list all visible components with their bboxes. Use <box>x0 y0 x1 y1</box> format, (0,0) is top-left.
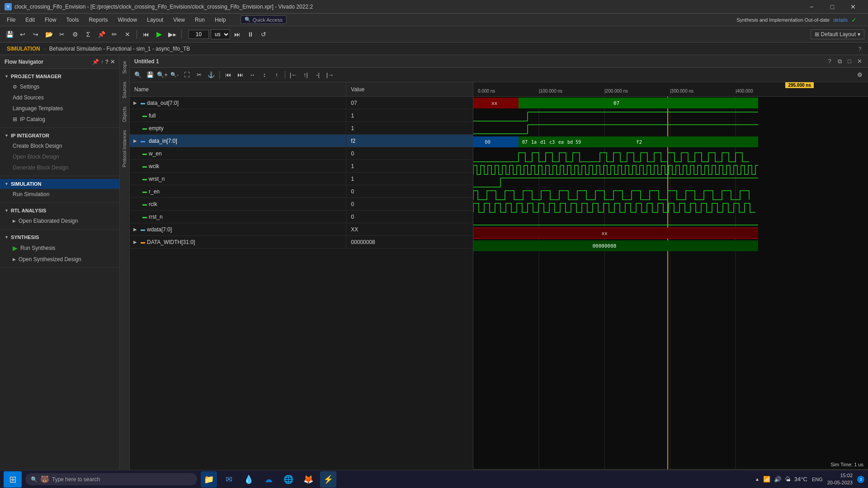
wave-help-icon[interactable]: ? <box>826 57 834 66</box>
sigma-button[interactable]: Σ <box>82 28 94 40</box>
signal-row-data_width[interactable]: ▶ ▬ DATA_WIDTH[31:0] 00000008 <box>130 236 473 249</box>
undo-button[interactable]: ↩ <box>17 28 28 40</box>
close-button[interactable]: ✕ <box>843 0 863 14</box>
section-header-project-manager[interactable]: ▼ PROJECT MANAGER <box>0 71 119 81</box>
quick-access-box[interactable]: 🔍 Quick Access <box>241 15 287 24</box>
minimize-button[interactable]: − <box>801 0 822 14</box>
signal-row-rrst_n[interactable]: ▬ rrst_n 0 <box>130 211 473 223</box>
menu-tools[interactable]: Tools <box>61 15 83 25</box>
maximize-button[interactable]: □ <box>822 0 843 14</box>
pin-nav-icon[interactable]: 📌 <box>92 59 99 65</box>
waveform-display-area[interactable]: 295.000 ns 0.000 ns |100.000 ns |200.000… <box>473 82 868 475</box>
wave-zoom-in-btn[interactable]: 🔍+ <box>157 70 168 80</box>
section-header-simulation[interactable]: ▼ SIMULATION <box>0 179 119 189</box>
nav-run-simulation[interactable]: Run Simulation <box>0 189 119 200</box>
synth-details-link[interactable]: details <box>833 17 848 23</box>
wave-go-end-btn[interactable]: ⏭ <box>235 70 245 80</box>
wave-prev-btn[interactable]: ↔ <box>247 70 258 80</box>
menu-run[interactable]: Run <box>190 15 209 25</box>
nav-run-synthesis[interactable]: ▶ Run Synthesis <box>0 242 119 254</box>
wave-zoom-out-btn[interactable]: 🔍- <box>169 70 180 80</box>
edit-button[interactable]: ✏ <box>108 28 120 40</box>
wave-maximize-icon[interactable]: □ <box>845 57 854 66</box>
wave-save-btn[interactable]: 💾 <box>145 70 156 80</box>
nav-language-templates[interactable]: Language Templates <box>0 103 119 114</box>
signal-row-w_en[interactable]: ▬ w_en 0 <box>130 147 473 160</box>
taskbar-icon-firefox[interactable]: 🦊 <box>300 471 316 488</box>
signal-row-wclk[interactable]: ▬ wclk 1 <box>130 160 473 173</box>
restart-button[interactable]: ⏮ <box>140 28 152 40</box>
menu-edit[interactable]: Edit <box>21 15 39 25</box>
wave-settings-btn[interactable]: ⚙ <box>854 70 865 80</box>
cut-button[interactable]: ✂ <box>56 28 68 40</box>
save-button[interactable]: 💾 <box>4 28 15 40</box>
section-header-ip-integrator[interactable]: ▼ IP INTEGRATOR <box>0 131 119 141</box>
wave-go-start-btn[interactable]: ⏮ <box>222 70 233 80</box>
play-button[interactable]: ▶ <box>153 28 165 40</box>
settings-button[interactable]: ⚙ <box>69 28 81 40</box>
taskbar-search-box[interactable]: 🔍 🐻 Type here to search <box>25 473 197 485</box>
pin-button[interactable]: 📌 <box>95 28 107 40</box>
taskbar-icon-mail[interactable]: ✉ <box>221 471 237 488</box>
wave-up-btn[interactable]: ↑ <box>271 70 282 80</box>
wave-cursor1-btn[interactable]: |← <box>288 70 299 80</box>
menu-flow[interactable]: Flow <box>40 15 61 25</box>
nav-create-block[interactable]: Create Block Design <box>0 141 119 151</box>
side-tab-objects[interactable]: Objects <box>121 103 128 126</box>
start-button[interactable]: ⊞ <box>4 471 22 488</box>
redo-button[interactable]: ↪ <box>30 28 42 40</box>
nav-open-synth[interactable]: ▶ Open Synthesized Design <box>0 254 119 265</box>
run-sim-button[interactable]: ▶▸ <box>166 28 178 40</box>
side-tab-sources[interactable]: Sources <box>121 78 128 102</box>
menu-window[interactable]: Window <box>113 15 142 25</box>
help-nav-icon[interactable]: ? <box>105 59 108 65</box>
arrow-nav-icon[interactable]: ↑ <box>101 59 104 65</box>
close-nav-icon[interactable]: ✕ <box>110 59 115 65</box>
wave-next-btn[interactable]: ↕ <box>259 70 270 80</box>
wave-cursor4-btn[interactable]: |→ <box>325 70 335 80</box>
signal-row-r_en[interactable]: ▬ r_en 0 <box>130 185 473 198</box>
signal-row-data_out[interactable]: ▶ ▬ data_out[7:0] 07 <box>130 97 473 109</box>
side-tab-protocol[interactable]: Protocol Instances <box>121 127 128 171</box>
nav-ip-catalog[interactable]: ⊞ IP Catalog <box>0 114 119 125</box>
wave-cursor3-btn[interactable]: -| <box>312 70 323 80</box>
wave-search-btn[interactable]: 🔍 <box>132 70 143 80</box>
menu-view[interactable]: View <box>169 15 189 25</box>
section-header-synthesis[interactable]: ▼ SYNTHESIS <box>0 232 119 242</box>
taskbar-icon-dropbox[interactable]: 💧 <box>241 471 257 488</box>
run-for-button[interactable]: ⏭ <box>231 28 243 40</box>
signal-row-full[interactable]: ▬ full 1 <box>130 109 473 122</box>
signal-row-wdata[interactable]: ▶ ▬ wdata[7:0] XX <box>130 223 473 236</box>
pause-button[interactable]: ⏸ <box>245 28 256 40</box>
wave-scissors-btn[interactable]: ✂ <box>193 70 204 80</box>
menu-file[interactable]: File <box>2 15 20 25</box>
sim-time-input[interactable] <box>189 30 209 39</box>
wave-svg-container[interactable]: xx 07 00 <box>473 97 868 469</box>
menu-help[interactable]: Help <box>210 15 231 25</box>
open-button[interactable]: 📂 <box>43 28 55 40</box>
signal-row-rclk[interactable]: ▬ rclk 0 <box>130 198 473 211</box>
wave-undock-icon[interactable]: ⧉ <box>835 57 844 66</box>
wave-anchor-btn[interactable]: ⚓ <box>206 70 217 80</box>
taskbar-icon-explorer[interactable]: 📁 <box>201 471 217 488</box>
side-tab-scope[interactable]: Scope <box>121 57 128 77</box>
signal-row-data_in[interactable]: ▶ ▬ data_in[7:0] f2 <box>130 135 473 147</box>
layout-select-box[interactable]: ⊞ Default Layout ▾ <box>811 29 864 39</box>
sim-time-unit-select[interactable]: us ns ps <box>211 29 230 39</box>
wave-cursor2-btn[interactable]: ↑| <box>300 70 311 80</box>
nav-open-elab[interactable]: ▶ Open Elaborated Design <box>0 216 119 226</box>
taskbar-icon-vivado[interactable]: ⚡ <box>320 471 336 488</box>
taskbar-icon-onedrive[interactable]: ☁ <box>260 471 277 488</box>
signal-row-empty[interactable]: ▬ empty 1 <box>130 122 473 135</box>
x-button[interactable]: ✕ <box>122 28 133 40</box>
expand-wdata[interactable]: ▶ <box>133 227 139 232</box>
up-arrow-icon[interactable]: ▲ <box>755 477 760 482</box>
expand-data_width[interactable]: ▶ <box>133 239 139 244</box>
taskbar-icon-chrome[interactable]: 🌐 <box>280 471 297 488</box>
expand-data_in[interactable]: ▶ <box>133 138 139 143</box>
nav-add-sources[interactable]: Add Sources <box>0 92 119 103</box>
notification-badge[interactable]: 3 <box>857 476 864 483</box>
wave-zoom-fit-btn[interactable]: ⛶ <box>181 70 192 80</box>
wave-close-icon[interactable]: ✕ <box>855 57 863 66</box>
expand-data_out[interactable]: ▶ <box>133 100 139 105</box>
